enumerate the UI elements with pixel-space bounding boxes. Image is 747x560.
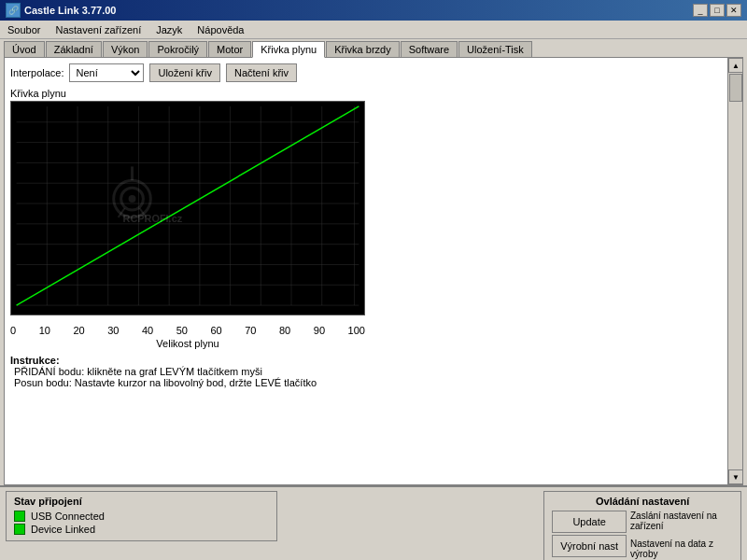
scrollbar-thumb[interactable] (729, 74, 742, 102)
connection-status-box: Stav připojení USB Connected Device Link… (6, 491, 277, 541)
tab-content: ▲ ▼ Interpolace: Není Uložení křiv Načte… (4, 57, 743, 485)
chart-title: Křivka plynu (10, 88, 737, 99)
menu-nastaveni[interactable]: Nastavení zařízení (51, 23, 145, 36)
interpolation-label: Interpolace: (10, 67, 63, 78)
x-label-30: 30 (107, 325, 119, 336)
instruction-1: PŘIDÁNÍ bodu: klikněte na graf LEVÝM tla… (14, 366, 737, 377)
desc-group: Zaslání nastavení na zařízení Nastavení … (630, 511, 733, 559)
chart-canvas[interactable]: RCPROFI.cz (10, 101, 365, 315)
instructions-title: Instrukce: (10, 355, 60, 366)
load-curve-button[interactable]: Načtení křiv (226, 63, 297, 82)
connection-title: Stav připojení (14, 496, 269, 507)
usb-label: USB Connected (31, 511, 105, 522)
statusbar: Stav připojení USB Connected Device Link… (0, 485, 747, 560)
device-label: Device Linked (31, 524, 95, 535)
app-window: 🔗 Castle Link 3.77.00 _ □ ✕ Soubor Nasta… (0, 0, 747, 560)
x-label-40: 40 (142, 325, 153, 336)
send-desc: Zaslání nastavení na zařízení (630, 511, 733, 531)
tab-krivka-plynu[interactable]: Křivka plynu (252, 41, 325, 58)
device-led (14, 524, 25, 535)
interpolation-select[interactable]: Není (69, 63, 144, 82)
scroll-down-button[interactable]: ▼ (728, 469, 743, 484)
save-curve-button[interactable]: Uložení křiv (149, 63, 219, 82)
tab-ulozeni-tisk[interactable]: Uložení-Tisk (458, 41, 532, 58)
svg-point-26 (129, 195, 136, 203)
tab-software[interactable]: Software (401, 41, 458, 58)
tab-pokrocily[interactable]: Pokročilý (148, 41, 207, 58)
scrollbar[interactable]: ▲ ▼ (727, 58, 742, 484)
interpolation-row: Interpolace: Není Uložení křiv Načtení k… (10, 63, 737, 82)
tab-motor[interactable]: Motor (208, 41, 251, 58)
close-button[interactable]: ✕ (726, 4, 741, 17)
factory-button[interactable]: Výrobní nast (552, 535, 627, 557)
titlebar-left: 🔗 Castle Link 3.77.00 (6, 3, 116, 18)
x-label-90: 90 (314, 325, 325, 336)
x-label-10: 10 (39, 325, 50, 336)
usb-status-item: USB Connected (14, 511, 269, 522)
factory-desc: Nastavení na data z výroby (630, 539, 733, 559)
tab-uvod[interactable]: Úvod (4, 41, 45, 58)
instructions: Instrukce: PŘIDÁNÍ bodu: klikněte na gra… (10, 355, 737, 388)
maximize-button[interactable]: □ (710, 4, 725, 17)
menu-jazyk[interactable]: Jazyk (152, 23, 186, 36)
x-label-100: 100 (348, 325, 365, 336)
x-label-80: 80 (279, 325, 290, 336)
x-label-70: 70 (245, 325, 256, 336)
titlebar-controls: _ □ ✕ (693, 4, 741, 17)
tab-bar: Úvod Základní Výkon Pokročilý Motor Křiv… (0, 39, 747, 57)
x-label-0: 0 (10, 325, 16, 336)
button-group: Update Výrobní nast (552, 511, 627, 559)
x-label-60: 60 (210, 325, 221, 336)
usb-led (14, 511, 25, 522)
device-status-item: Device Linked (14, 524, 269, 535)
x-axis-title: Velikost plynu (10, 338, 365, 349)
scrollbar-track[interactable] (728, 73, 742, 469)
minimize-button[interactable]: _ (693, 4, 708, 17)
menu-soubor[interactable]: Soubor (4, 23, 44, 36)
x-label-20: 20 (73, 325, 84, 336)
menu-napoveda[interactable]: Nápověda (193, 23, 247, 36)
tab-krivka-brzdy[interactable]: Křivka brzdy (326, 41, 400, 58)
control-box: Ovládání nastavení Update Výrobní nast Z… (543, 491, 741, 560)
update-button[interactable]: Update (552, 511, 627, 533)
tab-vykon[interactable]: Výkon (103, 41, 148, 58)
chart-container[interactable]: RCPROFI.cz (10, 101, 374, 325)
instruction-2: Posun bodu: Nastavte kurzor na libovolný… (14, 377, 737, 388)
scroll-up-button[interactable]: ▲ (728, 58, 743, 73)
x-axis-labels: 0 10 20 30 40 50 60 70 80 90 100 (10, 325, 365, 336)
x-label-50: 50 (176, 325, 188, 336)
app-icon: 🔗 (6, 3, 21, 18)
control-buttons: Update Výrobní nast Zaslání nastavení na… (552, 511, 733, 559)
app-title: Castle Link 3.77.00 (24, 5, 116, 16)
control-title: Ovládání nastavení (552, 496, 733, 507)
tab-zakladni[interactable]: Základní (46, 41, 102, 58)
titlebar: 🔗 Castle Link 3.77.00 _ □ ✕ (0, 0, 747, 21)
menubar: Soubor Nastavení zařízení Jazyk Nápověda (0, 21, 747, 39)
